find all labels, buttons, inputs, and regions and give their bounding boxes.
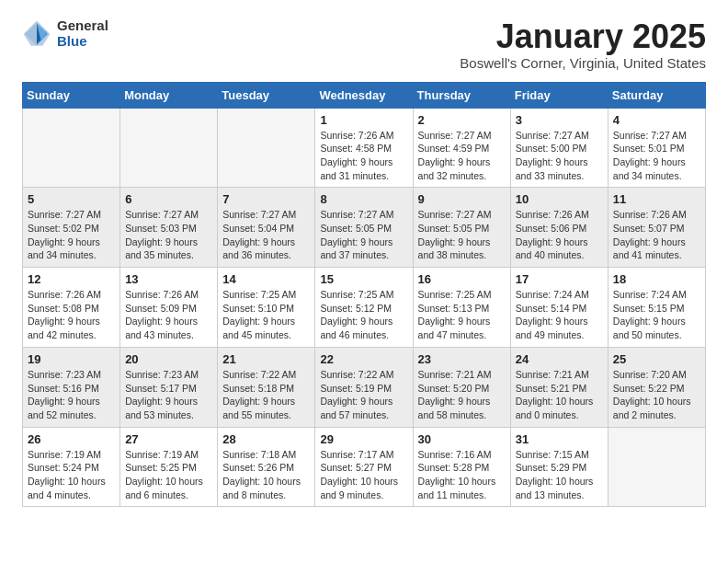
table-row: 12Sunrise: 7:26 AM Sunset: 5:08 PM Dayli…	[23, 268, 120, 348]
table-row: 19Sunrise: 7:23 AM Sunset: 5:16 PM Dayli…	[23, 347, 120, 427]
table-row: 10Sunrise: 7:26 AM Sunset: 5:06 PM Dayli…	[510, 188, 608, 268]
table-row: 16Sunrise: 7:25 AM Sunset: 5:13 PM Dayli…	[413, 268, 510, 348]
day-info: Sunrise: 7:20 AM Sunset: 5:22 PM Dayligh…	[613, 368, 700, 422]
day-number: 26	[28, 432, 115, 446]
table-row: 1Sunrise: 7:26 AM Sunset: 4:58 PM Daylig…	[315, 108, 413, 188]
day-info: Sunrise: 7:27 AM Sunset: 5:03 PM Dayligh…	[125, 208, 212, 262]
day-info: Sunrise: 7:26 AM Sunset: 5:08 PM Dayligh…	[28, 288, 115, 342]
day-number: 1	[320, 113, 407, 127]
calendar-week-row: 12Sunrise: 7:26 AM Sunset: 5:08 PM Dayli…	[23, 268, 706, 348]
table-row: 4Sunrise: 7:27 AM Sunset: 5:01 PM Daylig…	[608, 108, 705, 188]
day-info: Sunrise: 7:21 AM Sunset: 5:20 PM Dayligh…	[418, 368, 506, 422]
table-row: 13Sunrise: 7:26 AM Sunset: 5:09 PM Dayli…	[120, 268, 218, 348]
calendar-week-row: 19Sunrise: 7:23 AM Sunset: 5:16 PM Dayli…	[23, 347, 706, 427]
calendar-week-row: 5Sunrise: 7:27 AM Sunset: 5:02 PM Daylig…	[23, 188, 706, 268]
calendar-table: Sunday Monday Tuesday Wednesday Thursday…	[22, 82, 706, 508]
day-number: 13	[125, 272, 212, 286]
table-row: 5Sunrise: 7:27 AM Sunset: 5:02 PM Daylig…	[23, 188, 120, 268]
table-row: 17Sunrise: 7:24 AM Sunset: 5:14 PM Dayli…	[510, 268, 608, 348]
calendar-subtitle: Boswell's Corner, Virginia, United State…	[460, 55, 706, 71]
page: General Blue January 2025 Boswell's Corn…	[0, 0, 728, 525]
day-number: 21	[222, 352, 310, 366]
day-info: Sunrise: 7:26 AM Sunset: 5:06 PM Dayligh…	[516, 208, 603, 262]
table-row: 26Sunrise: 7:19 AM Sunset: 5:24 PM Dayli…	[23, 427, 120, 507]
day-number: 25	[613, 352, 700, 366]
table-row: 11Sunrise: 7:26 AM Sunset: 5:07 PM Dayli…	[608, 188, 705, 268]
col-sunday: Sunday	[23, 82, 120, 108]
weekday-header-row: Sunday Monday Tuesday Wednesday Thursday…	[23, 82, 706, 108]
table-row: 14Sunrise: 7:25 AM Sunset: 5:10 PM Dayli…	[218, 268, 315, 348]
day-number: 16	[418, 272, 506, 286]
table-row: 27Sunrise: 7:19 AM Sunset: 5:25 PM Dayli…	[120, 427, 218, 507]
logo-icon	[22, 19, 51, 49]
col-tuesday: Tuesday	[218, 82, 315, 108]
day-info: Sunrise: 7:24 AM Sunset: 5:15 PM Dayligh…	[613, 288, 700, 342]
day-number: 19	[28, 352, 115, 366]
day-info: Sunrise: 7:27 AM Sunset: 4:59 PM Dayligh…	[418, 129, 506, 183]
day-info: Sunrise: 7:19 AM Sunset: 5:24 PM Dayligh…	[28, 448, 115, 502]
table-row: 21Sunrise: 7:22 AM Sunset: 5:18 PM Dayli…	[218, 347, 315, 427]
day-number: 18	[613, 272, 700, 286]
day-info: Sunrise: 7:26 AM Sunset: 5:07 PM Dayligh…	[613, 208, 700, 262]
table-row: 2Sunrise: 7:27 AM Sunset: 4:59 PM Daylig…	[413, 108, 510, 188]
day-info: Sunrise: 7:27 AM Sunset: 5:05 PM Dayligh…	[320, 208, 407, 262]
col-thursday: Thursday	[413, 82, 510, 108]
day-info: Sunrise: 7:17 AM Sunset: 5:27 PM Dayligh…	[320, 448, 407, 502]
day-number: 30	[418, 432, 506, 446]
table-row: 23Sunrise: 7:21 AM Sunset: 5:20 PM Dayli…	[413, 347, 510, 427]
day-info: Sunrise: 7:15 AM Sunset: 5:29 PM Dayligh…	[516, 448, 603, 502]
day-info: Sunrise: 7:27 AM Sunset: 5:00 PM Dayligh…	[516, 129, 603, 183]
day-number: 10	[516, 192, 603, 206]
day-info: Sunrise: 7:25 AM Sunset: 5:10 PM Dayligh…	[222, 288, 310, 342]
day-number: 9	[418, 192, 506, 206]
table-row: 18Sunrise: 7:24 AM Sunset: 5:15 PM Dayli…	[608, 268, 705, 348]
day-number: 22	[320, 352, 407, 366]
logo-blue-text: Blue	[57, 34, 108, 50]
day-number: 2	[418, 113, 506, 127]
day-info: Sunrise: 7:26 AM Sunset: 4:58 PM Dayligh…	[320, 129, 407, 183]
day-number: 20	[125, 352, 212, 366]
table-row: 25Sunrise: 7:20 AM Sunset: 5:22 PM Dayli…	[608, 347, 705, 427]
table-row	[608, 427, 705, 507]
table-row: 31Sunrise: 7:15 AM Sunset: 5:29 PM Dayli…	[510, 427, 608, 507]
day-number: 24	[516, 352, 603, 366]
day-info: Sunrise: 7:18 AM Sunset: 5:26 PM Dayligh…	[222, 448, 310, 502]
table-row	[120, 108, 218, 188]
day-info: Sunrise: 7:25 AM Sunset: 5:12 PM Dayligh…	[320, 288, 407, 342]
day-info: Sunrise: 7:27 AM Sunset: 5:05 PM Dayligh…	[418, 208, 506, 262]
table-row: 29Sunrise: 7:17 AM Sunset: 5:27 PM Dayli…	[315, 427, 413, 507]
day-number: 17	[516, 272, 603, 286]
table-row: 8Sunrise: 7:27 AM Sunset: 5:05 PM Daylig…	[315, 188, 413, 268]
day-number: 6	[125, 192, 212, 206]
table-row: 3Sunrise: 7:27 AM Sunset: 5:00 PM Daylig…	[510, 108, 608, 188]
day-info: Sunrise: 7:22 AM Sunset: 5:19 PM Dayligh…	[320, 368, 407, 422]
day-info: Sunrise: 7:21 AM Sunset: 5:21 PM Dayligh…	[516, 368, 603, 422]
day-info: Sunrise: 7:25 AM Sunset: 5:13 PM Dayligh…	[418, 288, 506, 342]
calendar-title: January 2025	[460, 18, 706, 55]
table-row: 9Sunrise: 7:27 AM Sunset: 5:05 PM Daylig…	[413, 188, 510, 268]
logo-general-text: General	[57, 18, 108, 34]
day-number: 28	[222, 432, 310, 446]
day-info: Sunrise: 7:23 AM Sunset: 5:17 PM Dayligh…	[125, 368, 212, 422]
day-number: 11	[613, 192, 700, 206]
table-row	[218, 108, 315, 188]
day-number: 12	[28, 272, 115, 286]
day-info: Sunrise: 7:22 AM Sunset: 5:18 PM Dayligh…	[222, 368, 310, 422]
table-row: 30Sunrise: 7:16 AM Sunset: 5:28 PM Dayli…	[413, 427, 510, 507]
table-row: 7Sunrise: 7:27 AM Sunset: 5:04 PM Daylig…	[218, 188, 315, 268]
table-row: 15Sunrise: 7:25 AM Sunset: 5:12 PM Dayli…	[315, 268, 413, 348]
logo: General Blue	[22, 18, 108, 49]
day-number: 27	[125, 432, 212, 446]
col-wednesday: Wednesday	[315, 82, 413, 108]
calendar-week-row: 1Sunrise: 7:26 AM Sunset: 4:58 PM Daylig…	[23, 108, 706, 188]
day-number: 5	[28, 192, 115, 206]
day-number: 29	[320, 432, 407, 446]
day-info: Sunrise: 7:23 AM Sunset: 5:16 PM Dayligh…	[28, 368, 115, 422]
day-info: Sunrise: 7:27 AM Sunset: 5:01 PM Dayligh…	[613, 129, 700, 183]
day-number: 8	[320, 192, 407, 206]
day-info: Sunrise: 7:19 AM Sunset: 5:25 PM Dayligh…	[125, 448, 212, 502]
table-row: 24Sunrise: 7:21 AM Sunset: 5:21 PM Dayli…	[510, 347, 608, 427]
day-number: 15	[320, 272, 407, 286]
day-info: Sunrise: 7:24 AM Sunset: 5:14 PM Dayligh…	[516, 288, 603, 342]
day-info: Sunrise: 7:26 AM Sunset: 5:09 PM Dayligh…	[125, 288, 212, 342]
